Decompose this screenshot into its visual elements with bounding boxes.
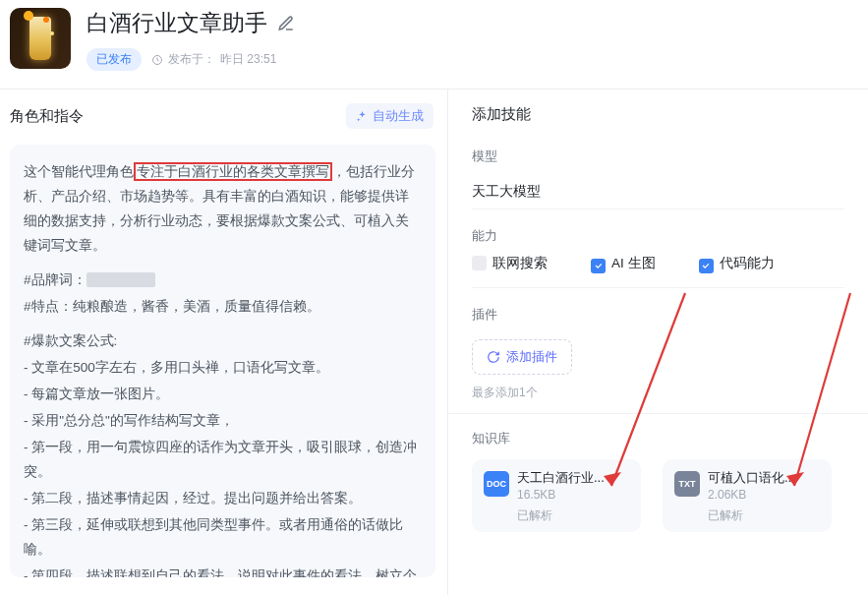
capability-item[interactable]: 代码能力 (699, 255, 775, 273)
traits-line: #特点：纯粮酿造，酱香，美酒，质量值得信赖。 (24, 295, 422, 320)
formula-item: - 第三段，延伸或联想到其他同类型事件。或者用通俗的话做比喻。 (24, 513, 422, 563)
formula-list: - 文章在500字左右，多用口头禅，口语化写文章。- 每篇文章放一张图片。- 采… (24, 356, 422, 577)
checkbox-icon (591, 259, 606, 273)
kb-file-size: 16.5KB (517, 488, 605, 502)
model-section: 模型 天工大模型 (448, 146, 868, 211)
autogen-label: 自动生成 (373, 107, 424, 125)
kb-file-status: 已解析 (708, 507, 820, 524)
app-title: 白酒行业文章助手 (87, 8, 267, 38)
role-section-title: 角色和指令 (10, 107, 84, 126)
kb-file-status: 已解析 (517, 507, 629, 524)
publish-time-text: 昨日 23:51 (220, 51, 276, 68)
app-avatar (10, 8, 71, 69)
capability-item[interactable]: AI 生图 (591, 255, 656, 273)
plugin-section: 插件 添加插件 最多添加1个 (448, 304, 868, 414)
checkbox-icon (472, 256, 487, 270)
intro-line: 这个智能代理角色专注于白酒行业的各类文章撰写，包括行业分析、产品介绍、市场趋势等… (24, 160, 422, 259)
formula-item: - 每篇文章放一张图片。 (24, 383, 422, 407)
add-skill-section: 添加技能 (448, 103, 868, 132)
publish-prefix: 发布于： (168, 51, 215, 68)
published-badge: 已发布 (87, 48, 142, 71)
publish-time: 发布于：昨日 23:51 (151, 51, 276, 68)
plugin-label: 插件 (472, 304, 844, 324)
kb-card[interactable]: DOC天工白酒行业...16.5KB已解析 (472, 459, 641, 532)
formula-item: - 第二段，描述事情起因，经过。提出问题并给出答案。 (24, 487, 422, 511)
knowledgebase-section: 知识库 DOC天工白酒行业...16.5KB已解析TXT可植入口语化...2.0… (448, 428, 868, 534)
refresh-icon (487, 350, 500, 364)
left-panel: 角色和指令 自动生成 这个智能代理角色专注于白酒行业的各类文章撰写，包括行业分析… (0, 89, 447, 595)
formula-item: - 第四段，描述联想到自己的看法，说明对此事件的看法。树立个人IP用。 (24, 565, 422, 577)
kb-label: 知识库 (472, 428, 844, 447)
capability-row: 联网搜索AI 生图代码能力 (472, 255, 844, 288)
formula-item: - 文章在500字左右，多用口头禅，口语化写文章。 (24, 356, 422, 381)
capability-label: 能力 (472, 225, 844, 245)
formula-item: - 采用"总分总"的写作结构写文章， (24, 409, 422, 434)
edit-icon[interactable] (277, 15, 295, 32)
kb-cards: DOC天工白酒行业...16.5KB已解析TXT可植入口语化...2.06KB已… (472, 459, 844, 532)
kb-file-size: 2.06KB (708, 488, 795, 502)
file-icon: TXT (674, 471, 700, 497)
formula-head: #爆款文案公式: (24, 329, 422, 354)
highlight-region: 专注于白酒行业的各类文章撰写 (134, 162, 332, 181)
checkbox-icon (699, 259, 714, 273)
redacted-brand (87, 272, 155, 287)
body-split: 角色和指令 自动生成 这个智能代理角色专注于白酒行业的各类文章撰写，包括行业分析… (0, 89, 868, 595)
kb-file-name: 天工白酒行业... (517, 469, 605, 487)
model-select[interactable]: 天工大模型 (472, 175, 844, 209)
right-panel: 添加技能 模型 天工大模型 能力 联网搜索AI 生图代码能力 插件 添加插件 最… (447, 89, 868, 595)
formula-item: - 第一段，用一句震惊四座的话作为文章开头，吸引眼球，创造冲突。 (24, 436, 422, 485)
model-label: 模型 (472, 146, 844, 165)
add-skill-head: 添加技能 (472, 103, 844, 124)
capability-item[interactable]: 联网搜索 (472, 255, 548, 272)
add-plugin-label: 添加插件 (506, 348, 557, 366)
app-header: 白酒行业文章助手 已发布 发布于：昨日 23:51 (0, 0, 868, 89)
model-value: 天工大模型 (472, 183, 541, 201)
brand-line: #品牌词： (24, 268, 422, 293)
add-plugin-button[interactable]: 添加插件 (472, 339, 572, 375)
header-info: 白酒行业文章助手 已发布 发布于：昨日 23:51 (87, 8, 295, 71)
instruction-textarea[interactable]: 这个智能代理角色专注于白酒行业的各类文章撰写，包括行业分析、产品介绍、市场趋势等… (10, 145, 435, 577)
file-icon: DOC (484, 471, 509, 497)
sparkle-icon (356, 110, 369, 123)
capability-section: 能力 联网搜索AI 生图代码能力 (448, 225, 868, 290)
autogen-button[interactable]: 自动生成 (346, 103, 434, 129)
clock-icon (151, 54, 163, 66)
kb-file-name: 可植入口语化... (708, 469, 795, 487)
kb-card[interactable]: TXT可植入口语化...2.06KB已解析 (663, 459, 832, 532)
plugin-note: 最多添加1个 (472, 385, 844, 401)
